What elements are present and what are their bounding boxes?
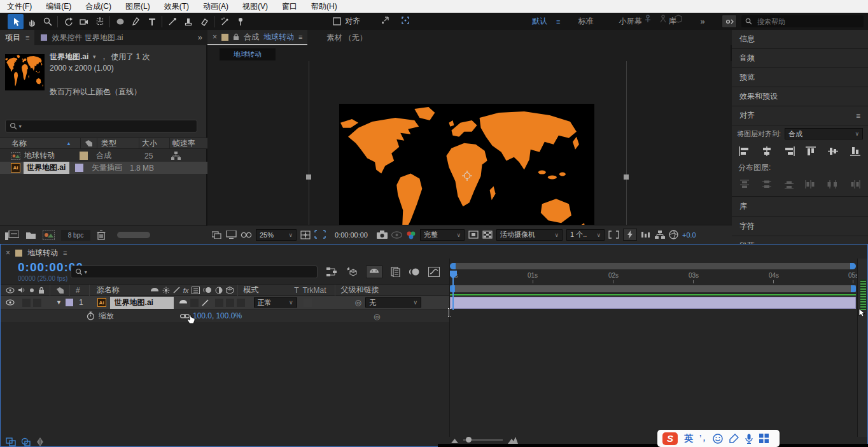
align-bottom-icon[interactable] [849,146,862,156]
shrink-arrow-icon[interactable] [381,16,389,25]
resolution-dropdown[interactable]: 完整∨ [420,229,465,241]
view-dropdown[interactable]: 活动摄像机∨ [496,229,563,241]
layer-row[interactable]: ▼ 1 Ai 世界地图.ai 正常∨ ◎ 无∨ [1,296,450,309]
panel-info[interactable]: 信息 [732,30,868,49]
workspace-settings-button[interactable] [722,15,737,28]
timeline-v-scrollbar[interactable] [857,259,867,437]
column-label[interactable] [81,138,97,148]
timeline-tab[interactable]: × 地球转动 ≡ [6,246,67,259]
table-row-footage-selected[interactable]: Ai 世界地图.ai 矢量插画 1.8 MB [0,162,207,174]
selection-tool[interactable] [8,14,24,29]
timeline-search-box[interactable]: ▼ [71,266,318,278]
zoom-slider-track[interactable] [463,439,503,441]
microphone-icon[interactable] [745,434,753,444]
solo-toggle-box[interactable] [33,299,41,307]
quality-column-icon[interactable] [173,287,180,294]
layer-duration-bar[interactable] [450,297,856,309]
menu-layer[interactable]: 图层(L) [118,1,157,12]
grid-guides-icon[interactable] [300,231,311,239]
search-flyout-icon[interactable]: ▼ [83,270,88,274]
mask-visibility-icon[interactable] [401,16,410,25]
collapse-toggle-box[interactable] [190,299,199,307]
t-column[interactable]: T [294,286,298,295]
expand-layer-switches-icon[interactable] [6,437,17,446]
time-navigator[interactable] [450,263,856,269]
snapshot-camera-icon[interactable] [377,231,388,239]
align-to-dropdown[interactable]: 合成∨ [785,128,863,139]
layer-expand-icon[interactable]: ▼ [56,299,62,306]
comp-mini-flowchart-icon[interactable] [326,267,337,277]
menu-effect[interactable]: 效果(T) [157,1,196,12]
shape-tool[interactable] [112,14,128,29]
layer-name-selected[interactable]: 世界地图.ai [110,297,174,309]
mode-column[interactable]: 模式 [243,285,258,295]
comp-viewer[interactable] [207,61,732,225]
shy-column-icon[interactable] [150,287,159,294]
hand-tool[interactable] [24,14,39,29]
expand-in-out-panes-icon[interactable] [35,437,45,446]
tab-close-icon[interactable]: × [213,32,217,41]
panel-menu-icon[interactable]: ≡ [856,111,860,120]
flowchart-mini-icon[interactable] [171,152,181,160]
fast-previews-button[interactable] [623,229,637,241]
tab-effect-controls[interactable]: 效果控件 世界地图.ai [34,30,129,45]
align-left-icon[interactable] [738,146,751,156]
frame-blending-icon[interactable] [391,267,401,277]
timeline-panel-icon[interactable] [641,231,651,239]
footage-name-dropdown-icon[interactable]: ▼ [92,54,97,60]
scale-y-value[interactable]: 100.0% [216,311,242,320]
footage-thumbnail[interactable] [5,54,45,90]
layer-color-swatch[interactable] [66,299,73,306]
help-search-input[interactable] [756,17,860,26]
collapse-column-icon[interactable] [162,287,170,294]
tab-project[interactable]: 项目 ≡ [0,30,34,45]
panel-library[interactable]: 库 [732,197,868,217]
layer-eye-icon[interactable] [6,299,15,306]
time-ruler[interactable]: 0s 01s 02s 03s 04s 05s [450,271,856,284]
v-zoom-thumb[interactable] [860,280,866,310]
channels-icon[interactable] [406,231,416,239]
property-name[interactable]: 缩放 [99,311,114,322]
timeline-split-line[interactable] [449,259,450,437]
draft-3d-icon[interactable] [346,267,358,277]
parent-dropdown[interactable]: 无∨ [365,297,421,308]
motion-blur-icon[interactable] [409,267,420,276]
column-name[interactable]: 名称 ▲ [0,138,81,148]
label-swatch[interactable] [80,152,88,160]
workspace-standard[interactable]: 标准 [564,16,607,27]
lock-column-icon[interactable] [38,287,45,294]
expand-transfer-controls-icon[interactable] [20,437,31,446]
expression-pickwhip-icon[interactable]: ◎ [374,312,380,321]
eye-column-icon[interactable] [6,287,15,294]
navigator-start-handle[interactable] [450,263,456,269]
layer-handle-left[interactable] [306,174,311,180]
tab-overflow-icon[interactable]: » [198,32,202,42]
ime-punctuation-toggle[interactable]: ’， [699,433,706,444]
parent-pickwhip-icon[interactable]: ◎ [355,298,361,307]
rotate-tool[interactable] [60,14,76,29]
target-region-icon[interactable] [468,231,479,239]
motion-blur-column-icon[interactable] [203,287,212,294]
layer-shy-icon[interactable] [179,299,188,306]
region-of-interest-icon[interactable] [314,230,326,239]
menu-file[interactable]: 文件(F) [0,1,39,12]
footer-scrollbar[interactable] [117,232,150,238]
sogou-logo[interactable]: S [662,432,678,445]
search-flyout-icon[interactable]: ▼ [18,124,22,129]
panel-menu-icon[interactable]: ≡ [63,249,67,257]
solo-column-icon[interactable] [30,288,34,292]
menu-edit[interactable]: 编辑(E) [39,1,78,12]
project-search-input[interactable] [22,122,193,131]
tab-footage[interactable]: 素材 （无） [307,30,386,45]
blur-toggle-box[interactable] [237,299,245,307]
roto-brush-tool[interactable] [216,14,232,29]
always-preview-icon[interactable] [212,231,222,239]
comp-flowchart-icon[interactable] [655,231,665,239]
trkmat-box[interactable] [304,299,312,307]
text-tool[interactable] [144,14,160,29]
label-column-icon[interactable] [56,287,64,294]
comp-timecode[interactable]: 0:00:00:00 [330,231,373,239]
emoji-icon[interactable] [713,434,723,444]
timeline-search-input[interactable] [88,267,313,276]
ime-language-toggle[interactable]: 英 [684,433,693,444]
